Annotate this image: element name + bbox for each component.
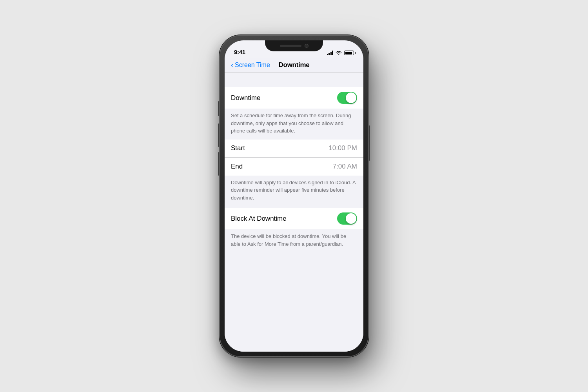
downtime-description-section: Set a schedule for time away from the sc… [225, 109, 363, 140]
downtime-toggle-row[interactable]: Downtime [225, 87, 363, 109]
settings-list: Downtime Set a schedule for time away fr… [225, 73, 363, 252]
section-gap-top [225, 73, 363, 87]
back-button[interactable]: ‹ Screen Time [231, 62, 270, 69]
schedule-section: Start 10:00 PM End 7:00 AM [225, 140, 363, 176]
wifi-icon [336, 51, 342, 55]
signal-icon [327, 51, 334, 55]
toggle-knob [346, 93, 356, 103]
schedule-footer-section: Downtime will apply to all devices signe… [225, 176, 363, 208]
end-value: 7:00 AM [333, 163, 357, 171]
block-footer-text: The device will be blocked at downtime. … [231, 233, 346, 247]
phone-frame: 9:41 [220, 35, 368, 357]
start-label: Start [231, 144, 245, 152]
speaker [280, 45, 301, 47]
block-toggle[interactable] [337, 212, 357, 225]
status-time: 9:41 [234, 49, 245, 55]
front-camera [305, 44, 309, 48]
back-label: Screen Time [235, 62, 270, 69]
page-title: Downtime [279, 61, 310, 69]
block-toggle-row[interactable]: Block At Downtime [225, 208, 363, 229]
end-label: End [231, 163, 243, 171]
start-value: 10:00 PM [328, 144, 357, 152]
block-toggle-label: Block At Downtime [231, 215, 287, 223]
volume-up-button[interactable] [218, 123, 220, 147]
nav-header: ‹ Screen Time Downtime [225, 58, 363, 73]
mute-button[interactable] [218, 101, 220, 116]
block-footer-section: The device will be blocked at downtime. … [225, 229, 363, 252]
schedule-footer-text: Downtime will apply to all devices signe… [231, 180, 356, 201]
downtime-section: Downtime [225, 87, 363, 109]
battery-icon [344, 51, 354, 55]
screen-content: ‹ Screen Time Downtime Downtime [225, 58, 363, 352]
volume-down-button[interactable] [218, 152, 220, 176]
phone-screen: 9:41 [225, 40, 363, 352]
back-chevron-icon: ‹ [231, 62, 233, 69]
end-row[interactable]: End 7:00 AM [225, 158, 363, 176]
notch [265, 40, 323, 51]
downtime-toggle[interactable] [337, 92, 357, 104]
downtime-description: Set a schedule for time away from the sc… [231, 113, 351, 134]
block-section: Block At Downtime [225, 208, 363, 229]
downtime-toggle-label: Downtime [231, 94, 261, 102]
status-icons [327, 51, 354, 55]
start-row[interactable]: Start 10:00 PM [225, 140, 363, 158]
block-toggle-knob [346, 213, 356, 224]
power-button[interactable] [368, 125, 370, 161]
